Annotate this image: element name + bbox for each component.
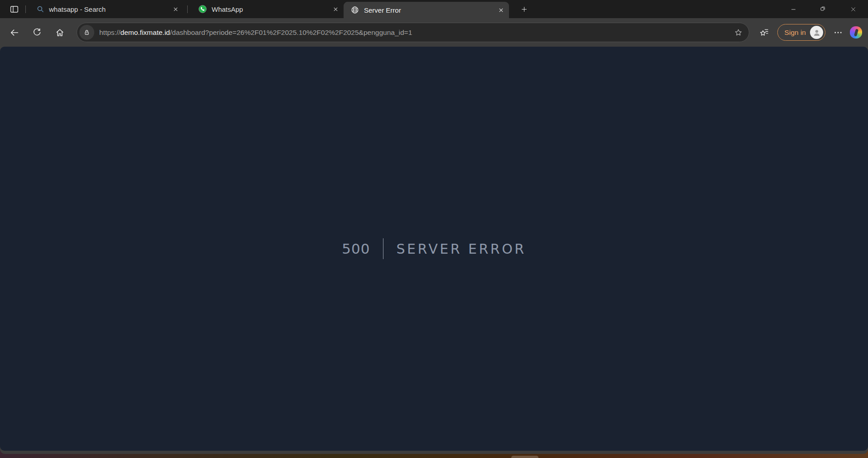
url-domain: demo.fixmate.id — [121, 29, 170, 36]
tab-close-button[interactable] — [170, 4, 181, 14]
error-message: SERVER ERROR — [383, 241, 526, 257]
server-error-message: 500 SERVER ERROR — [342, 238, 526, 259]
minimize-icon — [790, 6, 797, 13]
vertical-tabs-button[interactable] — [6, 0, 22, 18]
more-options-icon — [834, 28, 843, 37]
star-icon — [734, 28, 743, 37]
tab-separator — [187, 5, 188, 13]
url-path: /dashboard?periode=26%2F01%2F2025.10%2F0… — [170, 29, 412, 36]
tab-server-error[interactable]: Server Error — [344, 2, 509, 18]
minimize-button[interactable] — [778, 0, 808, 18]
tab-title: Server Error — [364, 6, 491, 14]
close-icon — [173, 7, 178, 12]
tab-title: WhatsApp — [212, 5, 325, 13]
refresh-button[interactable] — [29, 24, 46, 41]
globe-icon — [350, 5, 359, 14]
tab-whatsapp[interactable]: WhatsApp — [191, 0, 344, 18]
site-info-button[interactable] — [79, 25, 94, 40]
refresh-icon — [33, 28, 42, 37]
tab-whatsapp-search[interactable]: whatsapp - Search — [29, 0, 184, 18]
web-page-content: 500 SERVER ERROR — [0, 47, 868, 451]
new-tab-button[interactable] — [516, 1, 532, 17]
copilot-button[interactable] — [850, 26, 862, 39]
titlebar: whatsapp - Search WhatsApp — [0, 0, 868, 18]
home-icon — [55, 28, 65, 38]
url-text: https://demo.fixmate.id/dashboard?period… — [99, 29, 734, 37]
search-icon — [36, 5, 44, 13]
desktop-screen: whatsapp - Search WhatsApp — [0, 0, 868, 458]
close-icon — [850, 6, 857, 13]
back-button[interactable] — [6, 24, 23, 41]
settings-and-more-button[interactable] — [830, 24, 846, 41]
sign-in-button[interactable]: Sign in — [777, 24, 825, 41]
toolbar: https://demo.fixmate.id/dashboard?period… — [0, 18, 868, 47]
home-button[interactable] — [51, 24, 68, 41]
tab-close-button[interactable] — [330, 4, 341, 14]
url-scheme: https:// — [99, 29, 121, 36]
close-icon — [333, 7, 338, 12]
titlebar-drag-region — [532, 0, 778, 18]
restore-button[interactable] — [808, 0, 838, 18]
whatsapp-icon — [198, 5, 207, 14]
add-favorite-button[interactable] — [734, 28, 743, 37]
user-avatar-icon — [812, 28, 822, 38]
lock-icon — [83, 29, 91, 36]
tab-title: whatsapp - Search — [49, 5, 165, 13]
close-icon — [499, 8, 504, 13]
vertical-tabs-icon — [10, 5, 19, 14]
new-tab-icon — [520, 5, 528, 13]
sign-in-label: Sign in — [785, 29, 806, 37]
tab-close-button[interactable] — [495, 5, 506, 15]
back-icon — [10, 28, 19, 38]
favorites-button[interactable] — [756, 24, 773, 41]
error-code: 500 — [342, 241, 383, 257]
restore-icon — [820, 5, 827, 13]
close-window-button[interactable] — [838, 0, 868, 18]
address-bar[interactable]: https://demo.fixmate.id/dashboard?period… — [77, 23, 749, 42]
user-avatar — [810, 26, 823, 39]
tab-separator — [25, 5, 26, 13]
taskbar-peek-handle — [511, 456, 538, 458]
browser-window: whatsapp - Search WhatsApp — [0, 0, 868, 454]
favorites-icon — [759, 28, 769, 38]
